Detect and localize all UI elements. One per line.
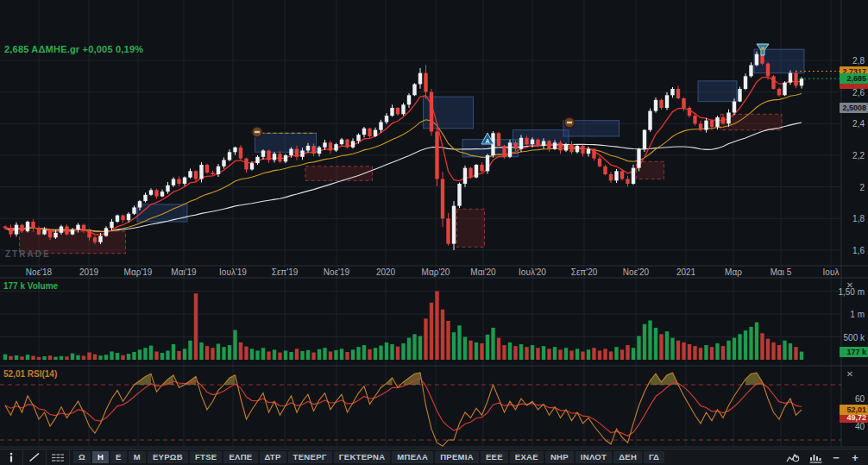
time-tick: 2021	[662, 267, 710, 278]
volume-tick: 500 k	[835, 332, 865, 342]
time-tick: Σεπ'19	[261, 267, 309, 278]
symbol-button-Ε[interactable]: Ε	[110, 451, 127, 463]
symbol-button-ΜΠΕΛΑ[interactable]: ΜΠΕΛΑ	[392, 451, 433, 463]
ztrade-watermark: ZTRADE	[5, 249, 51, 259]
symbol-button-ΕΛΠΕ[interactable]: ΕΛΠΕ	[223, 451, 257, 463]
price-tick: 2	[835, 182, 865, 192]
chart-canvas[interactable]: A	[0, 0, 868, 449]
price-tick: 2,2	[835, 150, 865, 160]
zoom-in-button[interactable]: +	[847, 451, 863, 464]
watchlist-table-icon[interactable]	[47, 450, 70, 465]
time-tick: Ιουλ'20	[508, 267, 557, 278]
price-tick: 2,8	[835, 56, 865, 66]
chart-search-icon[interactable]	[783, 450, 802, 465]
time-tick: Νοε'20	[612, 267, 660, 278]
time-tick: 2019	[65, 267, 113, 278]
symbol-button-ΝΗΡ[interactable]: ΝΗΡ	[545, 451, 574, 463]
symbol-button-ΙΝΛΟΤ[interactable]: ΙΝΛΟΤ	[576, 451, 612, 463]
volume-bars-icon[interactable]	[806, 450, 825, 465]
time-tick: Ιουλ	[807, 267, 855, 278]
time-tick: Σεπ'20	[560, 267, 608, 278]
time-tick: Μαρ'19	[114, 267, 162, 278]
rsi-signal-line	[5, 378, 802, 436]
symbol-button-ΤΕΝΕΡΓ[interactable]: ΤΕΝΕΡΓ	[288, 451, 332, 463]
time-tick: Μαι'19	[160, 267, 208, 278]
time-tick: 2020	[362, 267, 410, 278]
event-marker-circle[interactable]	[252, 127, 262, 137]
rsi-pane-title: 52,01 RSI(14)	[3, 369, 57, 379]
ma-white-value-label: 2,5008	[840, 103, 868, 113]
rsi-value-label: 52,01	[840, 405, 868, 415]
info-icon[interactable]	[0, 450, 23, 465]
symbol-button-ΓΔ[interactable]: ΓΔ	[644, 451, 664, 463]
symbol-button-Ω[interactable]: Ω	[73, 451, 91, 463]
ma-slow-line	[5, 123, 802, 231]
symbol-button-ΔΕΗ[interactable]: ΔΕΗ	[613, 451, 642, 463]
event-marker-circle[interactable]	[564, 117, 575, 128]
last-price-label: 2,685	[840, 73, 868, 84]
demand-zone[interactable]	[305, 167, 373, 180]
price-tick: 1,6	[835, 245, 865, 254]
bottom-toolbar: ΩΗΕΜΕΥΡΩΒFTSEΕΛΠΕΔΤΡΤΕΝΕΡΓΓΕΚΤΕΡΝΑΜΠΕΛΑΠ…	[0, 449, 868, 465]
symbol-button-ΕΥΡΩΒ[interactable]: ΕΥΡΩΒ	[148, 451, 188, 463]
time-tick: Μαι'20	[459, 267, 507, 278]
supply-zone[interactable]	[137, 204, 187, 222]
draw-pencil-icon[interactable]	[23, 450, 47, 465]
time-tick: Μαι 5	[757, 267, 805, 278]
symbol-quote-label: 2,685 ΑΔΜΗΕ.gr +0,005 0,19%	[4, 44, 143, 54]
symbol-button-ΠΡΕΜΙΑ[interactable]: ΠΡΕΜΙΑ	[435, 451, 479, 463]
symbol-button-ΔΤΡ[interactable]: ΔΤΡ	[260, 451, 286, 463]
time-tick: Μαρ	[709, 267, 758, 278]
symbol-button-FTSE[interactable]: FTSE	[190, 451, 222, 463]
price-tick: 1,8	[835, 214, 865, 223]
volume-current-label: 177 k	[840, 347, 868, 357]
symbol-button-Μ[interactable]: Μ	[129, 451, 146, 463]
price-axis[interactable]	[841, 0, 868, 266]
symbol-button-ΕΕΕ[interactable]: ΕΕΕ	[481, 451, 508, 463]
time-tick: Νοε'18	[15, 267, 63, 278]
time-tick: Ιουλ'19	[209, 267, 257, 278]
zoom-out-button[interactable]: −	[828, 451, 844, 464]
trading-chart-app: A 2,685 ΑΔΜΗΕ.gr +0,005 0,19% ZTRADE 177…	[0, 0, 868, 465]
symbol-button-Η[interactable]: Η	[92, 451, 109, 463]
demand-zone[interactable]	[457, 209, 485, 247]
time-tick: Μαρ'20	[412, 267, 460, 278]
volume-tick: 1,50 m	[835, 286, 865, 296]
rsi-tick: 60	[835, 394, 865, 404]
symbol-button-ΕΧΑΕ[interactable]: ΕΧΑΕ	[510, 451, 544, 463]
symbol-button-ΓΕΚΤΕΡΝΑ[interactable]: ΓΕΚΤΕΡΝΑ	[334, 451, 391, 463]
supply-zone[interactable]	[698, 81, 737, 102]
svg-text:A: A	[485, 138, 489, 144]
price-tick: 2,4	[835, 119, 865, 129]
volume-tick: 1 m	[835, 310, 865, 319]
rsi-pane-close-button[interactable]: ✕	[844, 369, 856, 380]
time-tick: Νοε'19	[312, 267, 361, 278]
volume-pane-title: 177 k Volume	[3, 281, 58, 291]
